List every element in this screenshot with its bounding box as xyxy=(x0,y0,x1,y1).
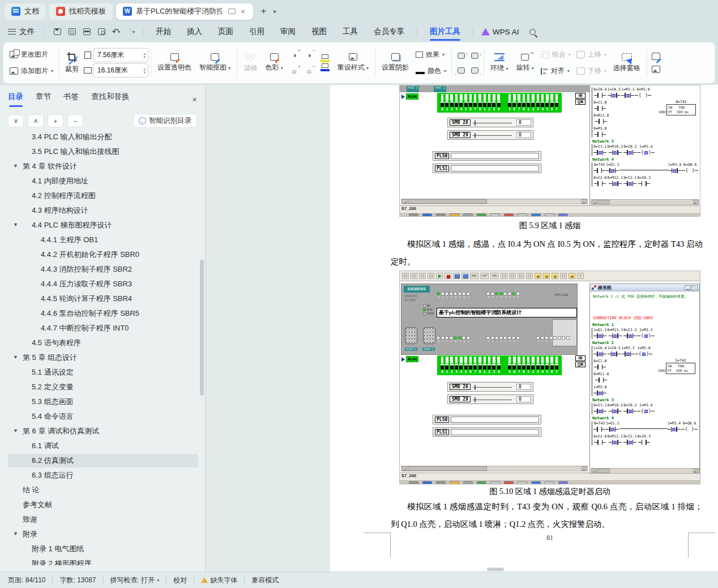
sidebar-tab-查找和替换[interactable]: 查找和替换 xyxy=(91,92,130,107)
new-tab-button[interactable]: + xyxy=(257,6,271,17)
export-button[interactable] xyxy=(66,25,78,38)
toc-item[interactable]: 4.5 语句表程序 xyxy=(0,336,205,350)
menu-工具[interactable]: 工具 xyxy=(335,23,366,40)
send-backward-one-icon[interactable]: ↓ xyxy=(471,53,478,59)
toc-item[interactable]: 6.3 组态运行 xyxy=(0,468,205,483)
collapse-arrow-icon[interactable]: ▼ xyxy=(13,163,18,169)
collapse-all-button[interactable]: − xyxy=(67,114,83,127)
text-wrap-right-icon[interactable]: → xyxy=(471,67,478,74)
toc-item[interactable]: 4.1 内部使用地址 xyxy=(0,174,205,188)
color-adjust-button[interactable]: 色彩 ▾ xyxy=(261,52,287,74)
document-canvas[interactable]: PORT 0PORT 1 RUN 01234567012345670123456… xyxy=(206,85,718,572)
app-tab-1[interactable]: 文档 xyxy=(5,3,46,20)
missing-fonts-warning[interactable]: 缺失字体 xyxy=(201,576,237,585)
toc-item[interactable]: 5.2 定义变量 xyxy=(0,380,205,394)
effects-button[interactable]: 效果▾ xyxy=(413,47,449,62)
menu-页面[interactable]: 页面 xyxy=(210,23,241,40)
toc-item[interactable]: 结 论 xyxy=(0,483,205,497)
change-picture-button[interactable]: 更改图片 xyxy=(7,47,56,62)
toc-item[interactable]: 4.4.7 中断控制子程序 INT0 xyxy=(0,321,205,336)
toc-item[interactable]: 4.4.3 消防控制子程序 SBR2 xyxy=(0,262,205,277)
close-sidebar-icon[interactable]: × xyxy=(192,95,197,104)
toc-item[interactable]: ▼第 4 章 软件设计 xyxy=(0,159,205,174)
toc-item[interactable]: 致谢 xyxy=(0,512,205,527)
picture-color-button[interactable]: 颜色▾ xyxy=(413,63,449,79)
expand-down-button[interactable]: ∨ xyxy=(8,114,24,127)
toc-item[interactable]: 5.3 组态画面 xyxy=(0,394,205,409)
toc-item[interactable]: 3.4 PLC 输入和输出分配 xyxy=(0,134,205,144)
toc-item[interactable]: ▼附录 xyxy=(0,527,205,542)
app-tab-2[interactable]: 找稻壳模板 xyxy=(49,3,113,20)
toc-item[interactable]: ▼第 6 章 调试和仿真测试 xyxy=(0,424,205,439)
selection-pane-button[interactable]: 选择窗格 xyxy=(609,52,644,74)
toc-item[interactable]: 4.4.2 开机初始化子程序 SBR0 xyxy=(0,247,205,262)
text-wrap-left-icon[interactable]: ← xyxy=(458,67,465,74)
picture-extra-icon[interactable] xyxy=(652,66,660,73)
tab-list-dropdown-icon[interactable]: ▾ xyxy=(271,8,279,15)
contrast-increase-icon[interactable]: ◑+ xyxy=(287,48,302,62)
align-button[interactable]: 对齐▾ xyxy=(538,63,574,79)
toc-item[interactable]: 附录 1 电气图纸 xyxy=(0,542,205,556)
toc-item[interactable]: 6.2 仿真测试 xyxy=(0,453,205,468)
print-button[interactable] xyxy=(80,25,93,38)
toc-item[interactable]: 3.5 PLC 输入和输出接线图 xyxy=(0,144,205,159)
toc-item[interactable]: 4.4.6 泵自动控制子程序 SBR5 xyxy=(0,306,205,321)
toc-item[interactable]: 4.2 控制程序流程图 xyxy=(0,188,205,203)
smart-matting-button[interactable]: 智能抠图 ▾ xyxy=(195,52,234,74)
toc-item[interactable]: 5.1 通讯设定 xyxy=(0,365,205,380)
set-shadow-button[interactable]: 设置阴影 xyxy=(378,52,413,74)
proofread-button[interactable]: 校对 xyxy=(173,576,187,585)
menu-引用[interactable]: 引用 xyxy=(241,23,272,40)
collapse-arrow-icon[interactable]: ▼ xyxy=(13,428,18,434)
expand-all-button[interactable]: + xyxy=(48,114,63,127)
rotate-button[interactable]: 旋转 ▾ xyxy=(512,53,537,74)
canvas-horizontal-scrollbar[interactable] xyxy=(206,567,718,572)
add-picture-button[interactable]: 添加图片▾ xyxy=(7,63,56,79)
brightness-increase-icon[interactable]: ☼+ xyxy=(287,63,302,78)
toc-item[interactable]: 4.4.1 主程序 OB1 xyxy=(0,233,205,247)
highlight-color-button[interactable] xyxy=(317,54,334,62)
toc-item[interactable]: 4.4.5 轮询计算子程序 SBR4 xyxy=(0,291,205,306)
set-transparent-color-button[interactable]: 设置透明色 xyxy=(153,52,195,74)
figure-5-9-image[interactable]: PORT 0PORT 1 RUN 01234567012345670123456… xyxy=(399,85,700,217)
file-menu[interactable]: 文件 xyxy=(19,27,35,37)
close-tab-icon[interactable]: × xyxy=(240,8,246,15)
print-preview-button[interactable] xyxy=(95,25,108,38)
app-tab-3[interactable]: 基于PLC的智能楼宇消防控制系× xyxy=(116,3,253,20)
picture-height-field[interactable]: 7.56厘米▴▾ xyxy=(93,48,148,62)
toc-item[interactable]: 4.4.4 压力读取子程序 SBR3 xyxy=(0,277,205,291)
smart-toc-button[interactable]: 智能识别目录 xyxy=(133,114,197,128)
collapse-arrow-icon[interactable]: ▼ xyxy=(13,354,18,360)
sidebar-tab-书签[interactable]: 书签 xyxy=(63,92,79,107)
figure-5-10-image[interactable]: SIEMENS SIMATICS7-200 SFRUNSTOP 01234567… xyxy=(399,271,700,484)
toc-item[interactable]: ▼4.4 PLC 梯形图程序设计 xyxy=(0,218,205,233)
bring-forward-one-icon[interactable]: ↑ xyxy=(458,53,465,59)
sidebar-scrollbar[interactable] xyxy=(200,260,204,396)
reset-style-button[interactable]: 重设样式 ▾ xyxy=(334,52,373,74)
collapse-up-button[interactable]: ∧ xyxy=(28,114,44,127)
picture-width-field[interactable]: 16.16厘米▴▾ xyxy=(93,63,148,78)
toc-item[interactable]: 参考文献 xyxy=(0,497,205,512)
collapse-arrow-icon[interactable]: ▼ xyxy=(13,222,18,228)
brightness-decrease-icon[interactable]: ☼− xyxy=(302,63,317,78)
toc-item[interactable]: 4.3 程序结构设计 xyxy=(0,203,205,218)
toc-item[interactable]: ▼第 5 章 组态设计 xyxy=(0,350,205,365)
crop-tool-extra-icon[interactable] xyxy=(652,53,660,60)
toc-item[interactable]: 5.4 命令语言 xyxy=(0,409,205,424)
menu-插入[interactable]: 插入 xyxy=(179,23,210,40)
toc-item[interactable]: 6.1 调试 xyxy=(0,439,205,453)
redo-button[interactable]: ↷▾ xyxy=(125,25,137,38)
word-count[interactable]: 字数: 13087 xyxy=(59,576,96,585)
border-color-button[interactable] xyxy=(317,63,334,71)
sidebar-tab-目录[interactable]: 目录 xyxy=(8,92,23,107)
sidebar-tab-章节[interactable]: 章节 xyxy=(36,92,51,107)
collapse-arrow-icon[interactable]: ▼ xyxy=(13,531,18,537)
wrap-button[interactable]: 环绕 ▾ xyxy=(486,52,512,74)
contrast-decrease-icon[interactable]: ◑− xyxy=(302,48,317,62)
tab-picture-tools[interactable]: 图片工具 xyxy=(422,23,468,40)
menu-审阅[interactable]: 审阅 xyxy=(272,23,304,40)
save-button[interactable] xyxy=(51,25,63,38)
toc-item[interactable]: 附录 2 梯形图程序 xyxy=(0,556,205,565)
page-indicator[interactable]: 页面: 84/110 xyxy=(8,576,45,585)
search-icon[interactable] xyxy=(529,29,536,35)
